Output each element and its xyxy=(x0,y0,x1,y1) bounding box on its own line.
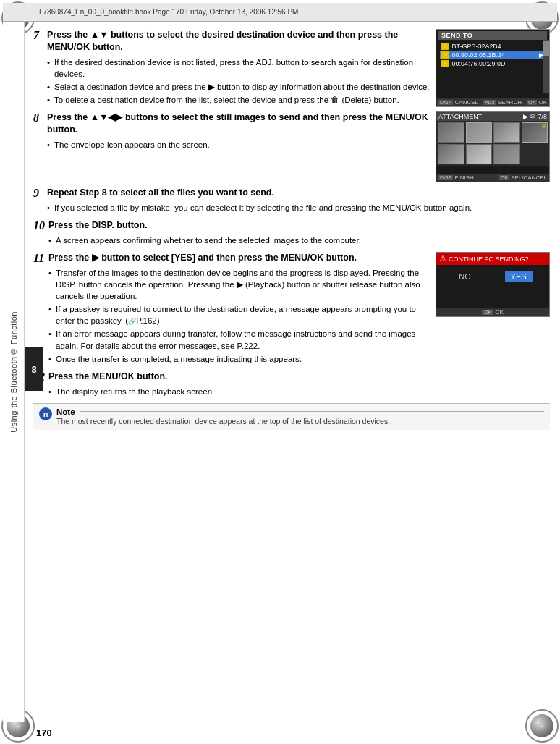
step-8: 8 Press the ▲▼◀▶ buttons to select the s… xyxy=(33,111,550,182)
step-7-bullet-1: If the desired destination device is not… xyxy=(47,56,430,80)
note-section: n Note The most recently connected desti… xyxy=(33,403,550,431)
step-8-bullet-1: The envelope icon appears on the screen. xyxy=(47,139,430,151)
step-9-bullet-1: If you selected a file by mistake, you c… xyxy=(47,202,550,214)
send-to-item-3: ⚡ .00:04:76:00:29:0D xyxy=(440,59,546,68)
confirm-screen: ⚠ CONTINUE PC SENDING? NO YES OKOK xyxy=(436,252,550,317)
step-8-content: Press the ▲▼◀▶ buttons to select the sti… xyxy=(47,111,550,182)
thumb-7 xyxy=(493,144,520,164)
thumb-2 xyxy=(466,122,493,143)
step-number-10: 10 xyxy=(33,219,46,248)
step-12-bullets: The display returns to the playback scre… xyxy=(48,386,550,397)
step-9-bullets: If you selected a file by mistake, you c… xyxy=(47,202,550,214)
header-text: L7360874_En_00_0_bookfile.book Page 170 … xyxy=(39,8,298,16)
step-7-bullets: If the desired destination device is not… xyxy=(47,56,430,106)
section-number: 8 xyxy=(31,364,36,375)
send-to-header: SEND TO xyxy=(438,31,547,40)
sidebar-label: Using the Bluetooth® Function xyxy=(9,311,18,433)
main-content: 7 Press the ▲▼ buttons to select the des… xyxy=(25,22,557,722)
step-11-bullet-4: Once the transfer is completed, a messag… xyxy=(48,353,430,365)
send-to-screen: SEND TO ⚡ .BT-GPS-32A2B4 ⚡ .00:90:02:05:… xyxy=(436,29,550,107)
send-to-item-1: ⚡ .BT-GPS-32A2B4 xyxy=(440,42,546,51)
sidebar: Using the Bluetooth® Function xyxy=(3,22,25,722)
step-12-content: Press the MENU/OK button. The display re… xyxy=(48,371,550,399)
step-11-content: Press the ▶ button to select [YES] and t… xyxy=(48,252,550,366)
step-10-content: Press the DISP. button. A screen appears… xyxy=(48,219,550,248)
step-11: 11 Press the ▶ button to select [YES] an… xyxy=(33,252,550,366)
thumb-6 xyxy=(466,144,493,164)
step-11-bullet-3: If an error message appears during trans… xyxy=(48,328,430,351)
thumb-3 xyxy=(493,122,520,143)
step-9-content: Repeat Step 8 to select all the files yo… xyxy=(47,187,550,215)
page-number: 170 xyxy=(36,727,52,738)
attachment-footer: DISP FINISH OK SEL/CANCEL xyxy=(436,174,549,182)
confirm-options: NO YES xyxy=(436,265,549,288)
send-to-item-2: ⚡ .00:90:02:05:1B:24 ▶ xyxy=(440,51,546,59)
step-7-content: Press the ▲▼ buttons to select the desir… xyxy=(47,29,550,107)
step-12-title: Press the MENU/OK button. xyxy=(48,371,550,383)
step-number-7: 7 xyxy=(33,29,45,107)
page-header: L7360874_En_00_0_bookfile.book Page 170 … xyxy=(3,3,557,22)
step-12-bullet-1: The display returns to the playback scre… xyxy=(48,386,550,397)
step-7-bullet-2: Select a destination device and press th… xyxy=(47,81,430,93)
step-11-bullet-2: If a passkey is required to connect to t… xyxy=(48,303,430,326)
confirm-header: ⚠ CONTINUE PC SENDING? xyxy=(436,253,549,265)
step-11-title: Press the ▶ button to select [YES] and t… xyxy=(48,252,430,264)
step-10-title: Press the DISP. button. xyxy=(48,219,550,232)
thumb-1 xyxy=(438,122,464,143)
thumb-5 xyxy=(438,144,464,164)
thumb-4: ✉ xyxy=(522,122,548,143)
note-body: The most recently connected destination … xyxy=(56,416,544,427)
step-number-9: 9 xyxy=(33,187,45,215)
step-7-bullet-3: To delete a destination device from the … xyxy=(47,94,430,106)
attachment-header: ATTACHMENT ▶ ✉ 7/8 xyxy=(436,112,549,121)
step-number-8: 8 xyxy=(33,111,45,182)
step-9-title: Repeat Step 8 to select all the files yo… xyxy=(47,187,550,199)
step-10-bullet-1: A screen appears confirming whether to s… xyxy=(48,234,550,246)
confirm-footer: OKOK xyxy=(436,308,549,316)
attachment-thumbnails: ✉ xyxy=(436,121,549,166)
step-7-title: Press the ▲▼ buttons to select the desir… xyxy=(47,29,430,54)
step-8-title: Press the ▲▼◀▶ buttons to select the sti… xyxy=(47,111,430,136)
step-9: 9 Repeat Step 8 to select all the files … xyxy=(33,187,550,215)
confirm-yes: YES xyxy=(505,271,533,282)
confirm-no: NO xyxy=(453,271,477,282)
attachment-screen: ATTACHMENT ▶ ✉ 7/8 ✉ xyxy=(436,111,550,182)
step-10-bullets: A screen appears confirming whether to s… xyxy=(48,234,550,246)
note-label-text: Note xyxy=(56,407,75,416)
note-icon: n xyxy=(39,407,52,420)
step-11-bullet-1: Transfer of the images to the destinatio… xyxy=(48,267,430,302)
step-8-bullets: The envelope icon appears on the screen. xyxy=(47,139,430,151)
send-to-footer: DISP CANCEL ADJ SEARCH OK OK xyxy=(436,98,549,106)
note-label: Note xyxy=(56,407,544,416)
step-7: 7 Press the ▲▼ buttons to select the des… xyxy=(33,29,550,107)
note-text-area: Note The most recently connected destina… xyxy=(56,407,544,427)
step-11-bullets: Transfer of the images to the destinatio… xyxy=(48,267,430,365)
section-number-box: 8 xyxy=(25,347,43,391)
step-10: 10 Press the DISP. button. A screen appe… xyxy=(33,219,550,248)
step-12: 12 Press the MENU/OK button. The display… xyxy=(33,371,550,399)
